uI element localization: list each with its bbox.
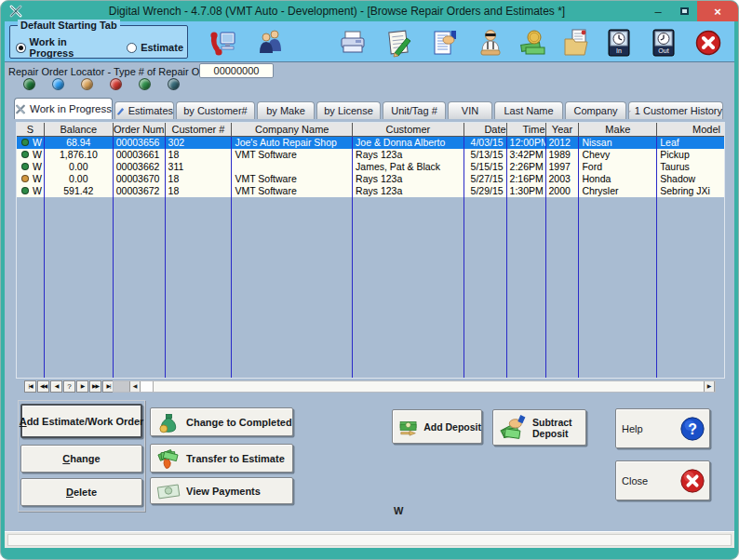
maximize-icon (680, 7, 689, 15)
cell-company: VMT Software (232, 173, 353, 185)
add-deposit-button[interactable]: Add Deposit (392, 409, 482, 444)
col-header-order-num[interactable]: Order Num (114, 123, 166, 136)
horizontal-scrollbar[interactable]: ◀ ▶ (113, 380, 716, 393)
cell-time: 3:42PM (507, 149, 546, 161)
cell-model: Taurus (657, 161, 724, 173)
tab-by-customer-number[interactable]: by Customer# (176, 101, 255, 119)
cell-order-num: 00003662 (114, 161, 166, 173)
main-area: Repair Order Locator - Type # of Repair … (5, 62, 734, 531)
scroll-right-button[interactable]: ▶ (704, 381, 715, 392)
scrollbar-thumb[interactable] (141, 381, 154, 392)
nav-back-button[interactable]: ◀ (50, 380, 62, 393)
exit-icon[interactable] (692, 26, 725, 60)
col-header-time[interactable]: Time (507, 123, 546, 136)
cell-customer: Joe & Donna Alberto (353, 137, 464, 149)
folder-document-icon[interactable] (559, 26, 593, 60)
tab-by-license[interactable]: by License (316, 101, 381, 119)
delete-button[interactable]: Delete (20, 478, 142, 506)
nav-forward-button[interactable]: ▶ (76, 380, 88, 393)
row-status-dot (21, 151, 29, 158)
table-row[interactable]: W 0.00 00003662 311 James, Pat & Black 5… (17, 161, 724, 173)
table-row[interactable]: W 68.94 00003656 302 Joe's Auto Repair S… (17, 137, 724, 149)
tab-estimates[interactable]: Estimates (114, 101, 174, 119)
tab-vin[interactable]: VIN (448, 101, 492, 119)
tab-by-make[interactable]: by Make (257, 101, 315, 119)
technician-icon[interactable] (474, 26, 507, 60)
radio-work-in-progress[interactable]: Work in Progress (16, 36, 110, 59)
minimize-button[interactable]: – (645, 1, 671, 21)
money-fire-icon (156, 447, 181, 470)
table-row[interactable]: W 1,876.10 00003661 18 VMT Software Rays… (17, 149, 724, 161)
group-label: Default Starting Tab (18, 20, 120, 31)
nav-fast-forward-button[interactable]: ▶▶ (89, 380, 101, 393)
tab-company[interactable]: Company (565, 101, 626, 119)
col-header-customer[interactable]: Customer (353, 123, 464, 136)
add-estimate-work-order-button[interactable]: Add Estimate/Work Order (20, 404, 142, 438)
tab-unit-tag-number[interactable]: Unit/Tag # (383, 101, 446, 119)
tab-work-in-progress[interactable]: Work in Progress (14, 98, 113, 119)
pencil-icon (115, 105, 125, 116)
tab-label: Last Name (504, 105, 553, 116)
repair-order-locator-input[interactable] (199, 63, 274, 78)
phone-computer-icon[interactable] (206, 26, 239, 60)
cell-date: 4/03/15 (464, 137, 507, 149)
subtract-deposit-button[interactable]: SubtractDeposit (492, 409, 586, 446)
close-button[interactable]: Close (615, 460, 710, 500)
transfer-to-estimate-button[interactable]: Transfer to Estimate (150, 444, 293, 473)
time-clock-in-icon[interactable]: In (602, 26, 636, 60)
cell-order-num: 00003661 (114, 149, 166, 161)
cell-customer-num: 311 (166, 161, 233, 173)
maximize-button[interactable] (671, 1, 697, 21)
col-header-customer-num[interactable]: Customer # (166, 123, 233, 136)
cell-customer-num: 302 (166, 137, 233, 149)
cell-make: Chevy (579, 149, 657, 161)
help-button[interactable]: Help ? (615, 408, 710, 448)
col-header-s[interactable]: S (17, 123, 45, 136)
status-dot-slate (168, 78, 180, 90)
col-header-model[interactable]: Model (657, 123, 724, 136)
nav-first-button[interactable]: |◀ (24, 380, 36, 393)
view-payments-button[interactable]: View Payments (150, 477, 293, 504)
cell-make: Chrysler (579, 185, 657, 197)
money-icon[interactable] (517, 26, 550, 60)
tab-customer-history[interactable]: 1 Customer History (628, 101, 723, 119)
col-header-make[interactable]: Make (579, 123, 657, 136)
nav-fast-back-button[interactable]: ◀◀ (37, 380, 49, 393)
cell-date: 5/15/15 (464, 161, 507, 173)
time-clock-out-icon[interactable]: Out (647, 26, 680, 60)
col-header-date[interactable]: Date (464, 123, 507, 136)
change-button[interactable]: Change (20, 445, 142, 473)
cell-make: Honda (579, 173, 657, 185)
status-dot-green (139, 78, 151, 90)
window-title: Digital Wrench - 4.7.08 (VMT Auto - Deve… (57, 1, 617, 21)
cell-time: 2:26PM (507, 161, 546, 173)
change-to-completed-button[interactable]: Change to Completed (150, 407, 293, 436)
table-header: S Balance Order Num Customer # Company N… (17, 123, 724, 137)
work-order-pad-icon[interactable] (383, 26, 416, 60)
col-header-company-name[interactable]: Company Name (232, 123, 353, 136)
close-window-button[interactable]: × (697, 1, 738, 21)
tab-label: by Customer# (183, 105, 247, 116)
radio-label: Estimate (141, 42, 183, 53)
customers-small-icon (629, 106, 631, 116)
svg-text:Out: Out (658, 47, 668, 54)
invoice-hand-icon[interactable] (427, 26, 461, 60)
money-stack-arrow-icon (398, 415, 418, 439)
nav-help-button[interactable]: ? (63, 380, 75, 393)
table-row[interactable]: W 591.42 00003672 18 VMT Software Rays 1… (17, 185, 724, 197)
cell-make: Nissan (579, 137, 657, 149)
scroll-left-button[interactable]: ◀ (129, 381, 141, 392)
col-header-balance[interactable]: Balance (45, 123, 114, 136)
col-header-year[interactable]: Year (546, 123, 580, 136)
scrollbar-track[interactable] (154, 381, 704, 392)
cell-time: 2:16PM (507, 173, 546, 185)
radio-label: Work in Progress (30, 36, 111, 59)
tab-label: by Make (266, 105, 305, 116)
status-dot-orange (81, 78, 93, 90)
print-icon[interactable] (336, 26, 370, 60)
customers-icon[interactable] (254, 26, 288, 60)
dollar-bill-icon (156, 481, 181, 501)
tab-last-name[interactable]: Last Name (494, 101, 563, 119)
table-row[interactable]: W 0.00 00003670 18 VMT Software Rays 123… (17, 173, 724, 185)
radio-estimate[interactable]: Estimate (127, 36, 183, 59)
